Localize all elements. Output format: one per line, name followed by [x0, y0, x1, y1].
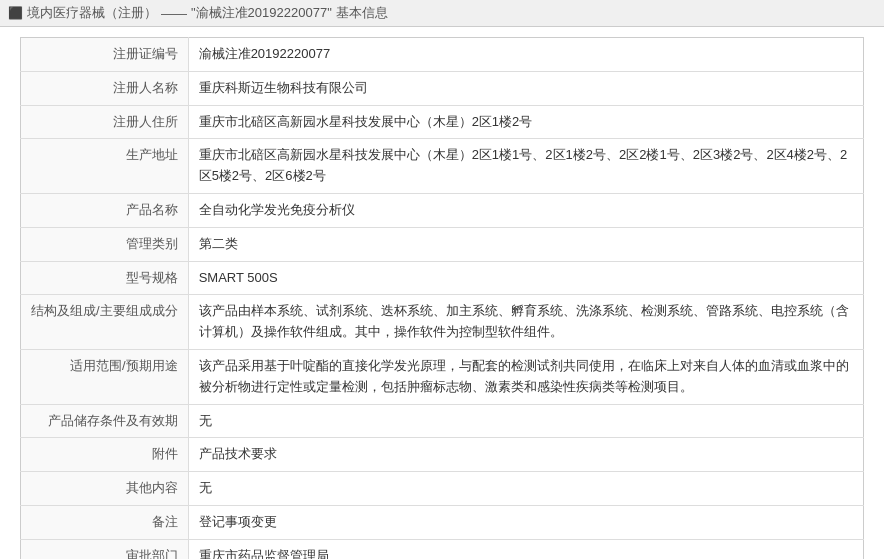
- table-row: 备注登记事项变更: [21, 505, 864, 539]
- main-content: 注册证编号渝械注准20192220077注册人名称重庆科斯迈生物科技有限公司注册…: [0, 27, 884, 559]
- title-separator: ——: [161, 6, 187, 21]
- field-value: 重庆市药品监督管理局: [188, 539, 863, 559]
- field-value: SMART 500S: [188, 261, 863, 295]
- title-icon: ⬛: [8, 6, 23, 20]
- table-row: 产品储存条件及有效期无: [21, 404, 864, 438]
- field-value: 重庆市北碚区高新园水星科技发展中心（木星）2区1楼1号、2区1楼2号、2区2楼1…: [188, 139, 863, 194]
- field-value: 产品技术要求: [188, 438, 863, 472]
- field-value: 第二类: [188, 227, 863, 261]
- field-label: 生产地址: [21, 139, 189, 194]
- table-row: 审批部门重庆市药品监督管理局: [21, 539, 864, 559]
- field-value: 渝械注准20192220077: [188, 38, 863, 72]
- field-label: 管理类别: [21, 227, 189, 261]
- field-label: 备注: [21, 505, 189, 539]
- title-bar: ⬛境内医疗器械（注册） —— "渝械注准20192220077" 基本信息: [0, 0, 884, 27]
- field-label: 注册人住所: [21, 105, 189, 139]
- title-suffix: 基本信息: [336, 4, 388, 22]
- table-row: 注册证编号渝械注准20192220077: [21, 38, 864, 72]
- field-label: 附件: [21, 438, 189, 472]
- table-row: 产品名称全自动化学发光免疫分析仪: [21, 193, 864, 227]
- field-value: 登记事项变更: [188, 505, 863, 539]
- table-row: 注册人住所重庆市北碚区高新园水星科技发展中心（木星）2区1楼2号: [21, 105, 864, 139]
- field-label: 其他内容: [21, 472, 189, 506]
- field-label: 注册人名称: [21, 71, 189, 105]
- field-value: 无: [188, 404, 863, 438]
- table-row: 其他内容无: [21, 472, 864, 506]
- field-value: 无: [188, 472, 863, 506]
- info-table: 注册证编号渝械注准20192220077注册人名称重庆科斯迈生物科技有限公司注册…: [20, 37, 864, 559]
- field-value: 重庆市北碚区高新园水星科技发展中心（木星）2区1楼2号: [188, 105, 863, 139]
- table-row: 生产地址重庆市北碚区高新园水星科技发展中心（木星）2区1楼1号、2区1楼2号、2…: [21, 139, 864, 194]
- table-row: 注册人名称重庆科斯迈生物科技有限公司: [21, 71, 864, 105]
- title-reg-no: "渝械注准20192220077": [191, 4, 332, 22]
- table-row: 适用范围/预期用途该产品采用基于叶啶酯的直接化学发光原理，与配套的检测试剂共同使…: [21, 349, 864, 404]
- field-label: 适用范围/预期用途: [21, 349, 189, 404]
- field-label: 型号规格: [21, 261, 189, 295]
- field-value: 重庆科斯迈生物科技有限公司: [188, 71, 863, 105]
- table-row: 附件产品技术要求: [21, 438, 864, 472]
- field-label: 产品名称: [21, 193, 189, 227]
- field-label: 结构及组成/主要组成成分: [21, 295, 189, 350]
- field-label: 审批部门: [21, 539, 189, 559]
- field-value: 全自动化学发光免疫分析仪: [188, 193, 863, 227]
- field-label: 注册证编号: [21, 38, 189, 72]
- table-row: 型号规格SMART 500S: [21, 261, 864, 295]
- table-row: 管理类别第二类: [21, 227, 864, 261]
- field-value: 该产品由样本系统、试剂系统、迭杯系统、加主系统、孵育系统、洗涤系统、检测系统、管…: [188, 295, 863, 350]
- field-value: 该产品采用基于叶啶酯的直接化学发光原理，与配套的检测试剂共同使用，在临床上对来自…: [188, 349, 863, 404]
- field-label: 产品储存条件及有效期: [21, 404, 189, 438]
- title-prefix: 境内医疗器械（注册）: [27, 4, 157, 22]
- table-row: 结构及组成/主要组成成分该产品由样本系统、试剂系统、迭杯系统、加主系统、孵育系统…: [21, 295, 864, 350]
